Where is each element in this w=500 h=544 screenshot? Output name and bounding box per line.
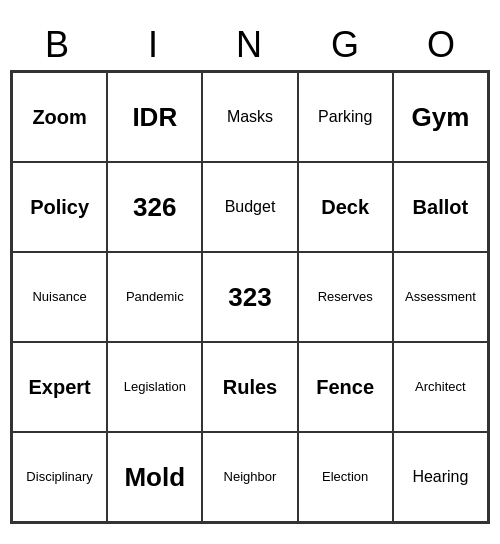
cell-text-r0-c0: Zoom xyxy=(32,106,86,128)
cell-text-r3-c3: Fence xyxy=(316,376,374,398)
cell-text-r2-c1: Pandemic xyxy=(126,290,184,304)
cell-text-r0-c2: Masks xyxy=(227,108,273,126)
header-letter-o: O xyxy=(394,20,490,70)
cell-r4-c2: Neighbor xyxy=(202,432,297,522)
cell-r4-c1: Mold xyxy=(107,432,202,522)
cell-text-r4-c4: Hearing xyxy=(412,468,468,486)
cell-r1-c0: Policy xyxy=(12,162,107,252)
cell-text-r0-c4: Gym xyxy=(411,103,469,132)
header-letter-g: G xyxy=(298,20,394,70)
bingo-card: BINGO ZoomIDRMasksParkingGymPolicy326Bud… xyxy=(10,20,490,524)
cell-text-r0-c1: IDR xyxy=(132,103,177,132)
cell-text-r3-c2: Rules xyxy=(223,376,277,398)
cell-text-r2-c4: Assessment xyxy=(405,290,476,304)
cell-text-r1-c4: Ballot xyxy=(413,196,469,218)
cell-r0-c0: Zoom xyxy=(12,72,107,162)
cell-r3-c1: Legislation xyxy=(107,342,202,432)
cell-text-r4-c0: Disciplinary xyxy=(26,470,92,484)
cell-r4-c4: Hearing xyxy=(393,432,488,522)
cell-r3-c2: Rules xyxy=(202,342,297,432)
cell-r3-c3: Fence xyxy=(298,342,393,432)
cell-text-r1-c3: Deck xyxy=(321,196,369,218)
cell-text-r2-c2: 323 xyxy=(228,283,271,312)
cell-r3-c0: Expert xyxy=(12,342,107,432)
cell-r1-c3: Deck xyxy=(298,162,393,252)
cell-r0-c4: Gym xyxy=(393,72,488,162)
header-letter-b: B xyxy=(10,20,106,70)
header-letter-n: N xyxy=(202,20,298,70)
header-letter-i: I xyxy=(106,20,202,70)
cell-text-r4-c3: Election xyxy=(322,470,368,484)
cell-r2-c3: Reserves xyxy=(298,252,393,342)
bingo-header: BINGO xyxy=(10,20,490,70)
cell-text-r0-c3: Parking xyxy=(318,108,372,126)
cell-r1-c1: 326 xyxy=(107,162,202,252)
cell-text-r4-c1: Mold xyxy=(124,463,185,492)
cell-r2-c2: 323 xyxy=(202,252,297,342)
bingo-grid: ZoomIDRMasksParkingGymPolicy326BudgetDec… xyxy=(10,70,490,524)
cell-r2-c0: Nuisance xyxy=(12,252,107,342)
cell-r0-c2: Masks xyxy=(202,72,297,162)
cell-text-r3-c0: Expert xyxy=(28,376,90,398)
cell-r0-c3: Parking xyxy=(298,72,393,162)
cell-text-r1-c0: Policy xyxy=(30,196,89,218)
cell-text-r3-c4: Architect xyxy=(415,380,466,394)
cell-text-r4-c2: Neighbor xyxy=(224,470,277,484)
cell-r3-c4: Architect xyxy=(393,342,488,432)
cell-r1-c2: Budget xyxy=(202,162,297,252)
cell-text-r1-c1: 326 xyxy=(133,193,176,222)
cell-r0-c1: IDR xyxy=(107,72,202,162)
cell-r1-c4: Ballot xyxy=(393,162,488,252)
cell-text-r2-c3: Reserves xyxy=(318,290,373,304)
cell-text-r2-c0: Nuisance xyxy=(32,290,86,304)
cell-text-r1-c2: Budget xyxy=(225,198,276,216)
cell-r2-c1: Pandemic xyxy=(107,252,202,342)
cell-text-r3-c1: Legislation xyxy=(124,380,186,394)
cell-r4-c3: Election xyxy=(298,432,393,522)
cell-r2-c4: Assessment xyxy=(393,252,488,342)
cell-r4-c0: Disciplinary xyxy=(12,432,107,522)
